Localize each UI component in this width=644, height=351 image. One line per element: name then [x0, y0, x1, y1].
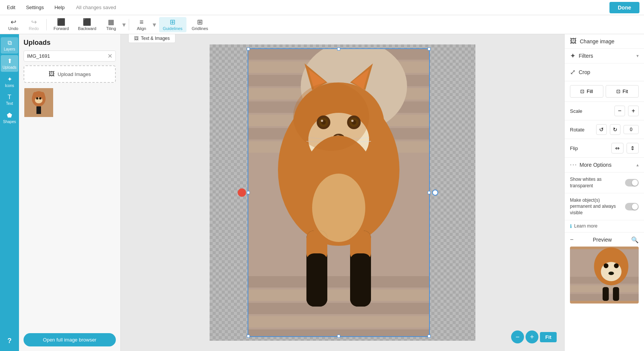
nav-item-text[interactable]: T Text [1, 92, 18, 108]
guidelines-icon: ⊞ [170, 19, 175, 25]
svg-point-6 [39, 97, 41, 100]
scale-plus-button[interactable]: + [628, 106, 639, 116]
right-panel: 🖼 Change image ✦ Filters ▾ ⤢ Crop ⊡ Fill… [564, 34, 644, 351]
make-permanent-label: Make object(s) permanent and always visi… [570, 197, 622, 216]
uploads-icon: ⬆ [7, 57, 12, 65]
show-whites-row: Show whites as transparent [565, 172, 644, 193]
rotate-ccw-button[interactable]: ↺ [596, 124, 607, 135]
zoom-out-button[interactable]: − [511, 330, 524, 343]
show-whites-label: Show whites as transparent [570, 176, 622, 189]
zoom-fit-button[interactable]: Fit [540, 332, 557, 342]
search-clear-button[interactable]: ✕ [107, 52, 112, 60]
learn-more-label: Learn more [574, 223, 597, 229]
menu-edit[interactable]: Edit [5, 3, 17, 12]
svg-rect-8 [39, 106, 41, 114]
canvas-tab[interactable]: 🖼 Text & Images [128, 34, 175, 43]
layers-icon: ⧉ [8, 40, 12, 46]
svg-rect-65 [603, 287, 609, 301]
undo-button[interactable]: ↩ Undo [4, 17, 23, 32]
fill-label: Fill [587, 89, 593, 94]
flip-vertical-button[interactable]: ⇕ [627, 143, 639, 153]
image-thumb-0[interactable] [24, 87, 54, 118]
learn-more-row[interactable]: ℹ Learn more [565, 220, 644, 232]
forward-button[interactable]: ⬛ Forward [50, 17, 73, 32]
nav-item-layers[interactable]: ⧉ Layers [1, 37, 18, 54]
open-browser-button[interactable]: Open full image browser [24, 333, 116, 346]
rotate-cw-button[interactable]: ↻ [610, 124, 620, 135]
svg-rect-21 [248, 316, 430, 327]
tiling-label: Tiling [106, 26, 116, 31]
svg-rect-19 [248, 289, 430, 301]
toolbar-more-chevron[interactable]: ▾ [122, 21, 126, 29]
canvas-area[interactable]: 🖼 Text & Images [121, 34, 564, 351]
forward-label: Forward [54, 26, 69, 31]
panel-title: Uploads [24, 39, 116, 47]
fill-button[interactable]: ⊡ Fill [570, 85, 603, 98]
nav-label-icons: Icons [5, 84, 14, 88]
crop-icon: ⤢ [570, 68, 576, 76]
show-whites-toggle[interactable] [625, 179, 639, 187]
toolbar: ↩ Undo ↪ Redo ⬛ Forward ⬛ Backward ▦ Til… [0, 15, 644, 34]
preview-section: − Preview 🔍 [565, 232, 644, 307]
done-button[interactable]: Done [609, 2, 639, 13]
canvas-zoom-controls: − + Fit [511, 330, 557, 343]
left-panel: Uploads ✕ 🖼 Upload Images [19, 34, 121, 351]
rotate-value-input[interactable] [623, 125, 639, 134]
forward-icon: ⬛ [57, 19, 65, 25]
nav-item-uploads[interactable]: ⬆ Uploads [1, 55, 18, 72]
gridlines-label: Gridlines [192, 26, 208, 31]
nav-label-layers: Layers [4, 47, 15, 51]
filters-label: Filters [579, 53, 633, 59]
svg-rect-22 [248, 329, 430, 337]
align-button[interactable]: ≡ Align [132, 17, 151, 32]
preview-title: Preview [593, 237, 612, 243]
fit-icon: ⊡ [616, 89, 620, 94]
redo-icon: ↪ [31, 19, 37, 25]
show-whites-knob [632, 180, 638, 186]
filters-chevron: ▾ [636, 53, 639, 58]
gridlines-button[interactable]: ⊞ Gridlines [188, 17, 212, 32]
align-label: Align [137, 26, 146, 31]
search-input[interactable] [27, 53, 107, 59]
flip-row: Flip ⇔ ⇕ [565, 139, 644, 158]
more-options-icon: ··· [570, 161, 577, 168]
guidelines-button[interactable]: ⊞ Guidelines [159, 17, 186, 32]
crop-row: ⤢ Crop [570, 68, 639, 76]
preview-image [570, 247, 639, 304]
more-options-row[interactable]: ··· More Options ▴ [565, 158, 644, 172]
change-image-row[interactable]: 🖼 Change image [565, 34, 644, 49]
nav-help[interactable]: ? [1, 334, 18, 348]
nav-item-shapes[interactable]: ⬟ Shapes [1, 109, 18, 126]
fit-button[interactable]: ⊡ Fit [606, 85, 639, 98]
nav-item-icons[interactable]: ✦ Icons [1, 73, 18, 90]
backward-label: Backward [78, 26, 96, 31]
toolbar-divider-2 [129, 19, 129, 30]
flip-horizontal-button[interactable]: ⇔ [611, 143, 623, 153]
scale-minus-button[interactable]: − [614, 106, 625, 116]
upload-images-button[interactable]: 🖼 Upload Images [24, 65, 116, 83]
change-image-icon: 🖼 [570, 37, 577, 45]
tiling-button[interactable]: ▦ Tiling [102, 17, 121, 32]
svg-rect-52 [306, 253, 327, 307]
canvas-tab-icon: 🖼 [134, 36, 139, 41]
menu-settings[interactable]: Settings [24, 3, 46, 12]
align-chevron[interactable]: ▾ [153, 21, 156, 29]
backward-button[interactable]: ⬛ Backward [74, 17, 100, 32]
svg-point-5 [36, 97, 38, 100]
canvas-image[interactable] [248, 48, 430, 337]
filters-row[interactable]: ✦ Filters ▾ [565, 49, 644, 63]
crop-section: ⤢ Crop [565, 63, 644, 81]
preview-search-button[interactable]: 🔍 [631, 236, 639, 243]
svg-point-4 [35, 97, 43, 103]
zoom-in-button[interactable]: + [526, 330, 538, 343]
menu-help[interactable]: Help [52, 3, 67, 12]
make-permanent-toggle[interactable] [625, 203, 639, 210]
fill-icon: ⊡ [580, 89, 584, 94]
redo-button[interactable]: ↪ Redo [24, 17, 43, 32]
save-status: All changes saved [76, 5, 116, 10]
svg-point-63 [614, 263, 619, 268]
nav-label-uploads: Uploads [3, 65, 17, 70]
icons-icon: ✦ [7, 76, 12, 83]
preview-collapse-button[interactable]: − [570, 236, 573, 243]
panel-footer: Open full image browser [24, 333, 116, 346]
